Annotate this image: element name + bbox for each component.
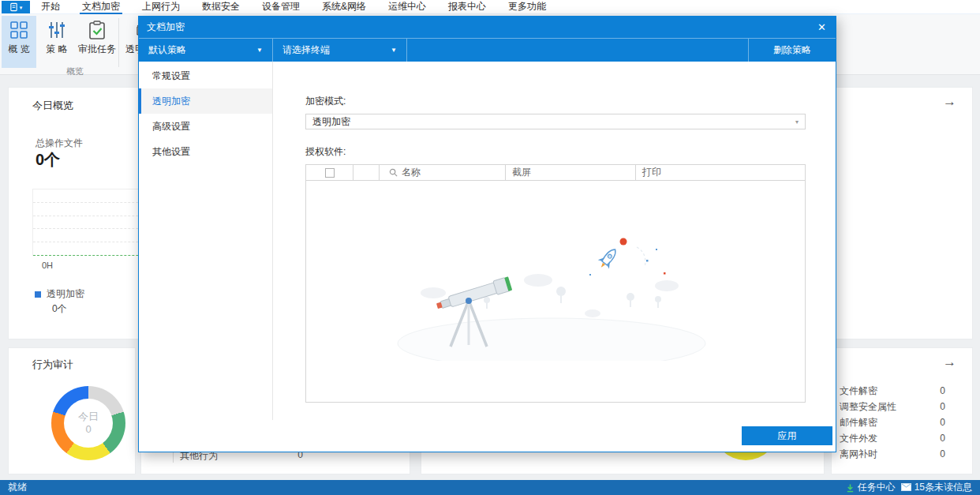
caret-down-icon: ▼	[256, 47, 263, 54]
table-empty-body	[306, 181, 805, 402]
arrow-right-icon[interactable]: →	[943, 94, 956, 110]
table-header-row: 名称 截屏 打印	[306, 165, 805, 181]
legend-label: 透明加密	[47, 287, 84, 301]
caret-down-icon: ▼	[391, 47, 397, 54]
apply-button[interactable]: 应用	[742, 426, 832, 445]
sidebar-item-advanced-settings[interactable]: 高级设置	[139, 114, 272, 139]
card-title: 今日概览	[32, 99, 73, 113]
app-menu-button[interactable]: ▾	[2, 1, 30, 13]
authorized-software-label: 授权软件:	[305, 145, 806, 159]
donut-center: 今日 0	[64, 399, 113, 448]
menu-item-doc-encryption[interactable]: 文档加密	[82, 0, 120, 14]
stat-label: 离网补时	[840, 448, 877, 461]
ribbon-button-label: 概 览	[8, 43, 29, 56]
list-item: 离网补时 0	[832, 446, 972, 462]
header-cell-print: 打印	[636, 165, 805, 180]
chart-legend: 透明加密	[35, 287, 84, 301]
total-files-label: 总操作文件	[36, 137, 83, 150]
statusbar: 就绪 任务中心 15条未读信息	[0, 480, 980, 495]
legend-swatch	[35, 291, 41, 298]
list-item: 邮件解密 0	[832, 414, 972, 430]
rocket	[596, 245, 621, 272]
policy-bar: 默认策略 ▼ 请选择终端 ▼ 删除策略	[139, 38, 836, 62]
column-header-label: 打印	[642, 166, 661, 179]
header-cell-name: 名称	[380, 165, 506, 180]
dialog-title: 文档加密	[147, 21, 185, 34]
menu-item-web-behavior[interactable]: 上网行为	[142, 0, 180, 14]
caret-down-icon: ▾	[20, 5, 23, 10]
document-icon	[9, 2, 18, 12]
menu-item-report-center[interactable]: 报表中心	[448, 0, 486, 14]
arrow-right-icon[interactable]: →	[943, 354, 956, 370]
menu-item-start[interactable]: 开始	[41, 0, 60, 14]
stat-value: 0	[940, 385, 945, 396]
stat-label: 调整安全属性	[840, 400, 896, 414]
card-title: 行为审计	[32, 358, 73, 372]
empty-state-illustration	[386, 227, 725, 361]
policy-bar-spacer	[407, 39, 749, 62]
close-icon[interactable]: ✕	[817, 22, 826, 32]
terminal-dropdown-value: 请选择终端	[282, 43, 330, 57]
menu-item-device-mgmt[interactable]: 设备管理	[262, 0, 300, 14]
ribbon-button-overview[interactable]: 概 览	[2, 16, 36, 68]
grid-icon	[9, 20, 29, 40]
stat-value: 0	[940, 417, 945, 428]
stat-value: 0	[940, 433, 945, 444]
select-all-checkbox[interactable]	[325, 168, 335, 178]
delete-policy-button[interactable]: 删除策略	[749, 39, 836, 62]
dialog-sidebar: 常规设置 透明加密 高级设置 其他设置	[139, 62, 273, 420]
task-center-button[interactable]: 任务中心	[846, 481, 896, 494]
dialog-footer: 应用	[139, 420, 836, 452]
sidebar-item-general-settings[interactable]: 常规设置	[139, 63, 272, 88]
right-top-card: →	[831, 87, 973, 339]
dialog-content: 加密模式: 透明加密 ▾ 授权软件: 名称 截屏	[273, 62, 836, 420]
menu-item-more[interactable]: 更多功能	[508, 0, 546, 14]
ribbon-group-divider	[118, 18, 119, 67]
column-header-label: 截屏	[512, 166, 531, 179]
ribbon-button-label: 策 略	[46, 43, 67, 56]
ribbon-button-approval-tasks[interactable]: 审批任务	[77, 16, 118, 68]
audit-donut: 今日 0	[51, 386, 125, 460]
encryption-mode-select[interactable]: 透明加密 ▾	[305, 114, 806, 129]
sidebar-item-transparent-encryption[interactable]: 透明加密	[139, 88, 272, 114]
stat-value: 0	[940, 448, 945, 459]
menu-item-data-security[interactable]: 数据安全	[202, 0, 240, 14]
donut-center-value: 0	[85, 423, 91, 436]
menubar: ▾ 开始 文档加密 上网行为 数据安全 设备管理 系统&网络 运维中心 报表中心…	[0, 0, 980, 14]
header-cell-empty	[353, 165, 380, 180]
behavior-audit-card: 行为审计 今日 0	[8, 347, 136, 474]
encryption-mode-label: 加密模式:	[305, 95, 806, 108]
stat-value: 0	[940, 401, 945, 412]
ribbon-button-policy[interactable]: 策 略	[39, 16, 74, 68]
menu-item-system-network[interactable]: 系统&网络	[322, 0, 366, 14]
unread-messages-button[interactable]: 15条未读信息	[901, 481, 972, 494]
search-icon	[389, 168, 398, 177]
unread-messages-label: 15条未读信息	[915, 481, 972, 494]
download-icon	[846, 483, 855, 493]
main-menu: 开始 文档加密 上网行为 数据安全 设备管理 系统&网络 运维中心 报表中心 更…	[41, 0, 546, 14]
sliders-icon	[47, 20, 67, 40]
menu-item-ops-center[interactable]: 运维中心	[388, 0, 426, 14]
x-axis-tick: 0H	[42, 261, 53, 270]
ribbon-button-label: 审批任务	[78, 43, 116, 56]
sidebar-item-other-settings[interactable]: 其他设置	[139, 139, 272, 164]
list-item: 文件外发 0	[832, 430, 972, 446]
legend-value: 0个	[52, 302, 67, 316]
list-item: 调整安全属性 0	[832, 399, 972, 414]
right-bottom-card: → 文件解密 0 调整安全属性 0 邮件解密 0 文件外发 0 离网补时 0	[831, 347, 973, 474]
dialog-titlebar[interactable]: 文档加密 ✕	[139, 17, 836, 38]
document-encryption-dialog: 文档加密 ✕ 默认策略 ▼ 请选择终端 ▼ 删除策略 常规设置 透明加密 高级设…	[138, 16, 836, 452]
terminal-dropdown[interactable]: 请选择终端 ▼	[273, 39, 407, 62]
header-cell-screenshot: 截屏	[506, 165, 636, 180]
stat-label: 文件解密	[840, 384, 877, 398]
donut-center-label: 今日	[78, 411, 99, 423]
stat-label: 邮件解密	[840, 416, 877, 429]
list-item: 文件解密 0	[832, 383, 972, 399]
status-ready-text: 就绪	[8, 481, 27, 494]
policy-dropdown[interactable]: 默认策略 ▼	[139, 39, 273, 62]
stat-label: 文件外发	[840, 432, 877, 445]
header-cell-checkbox	[306, 165, 353, 180]
authorized-software-table: 名称 截屏 打印	[305, 164, 806, 403]
column-header-label: 名称	[402, 166, 421, 179]
total-files-value: 0个	[36, 149, 60, 171]
